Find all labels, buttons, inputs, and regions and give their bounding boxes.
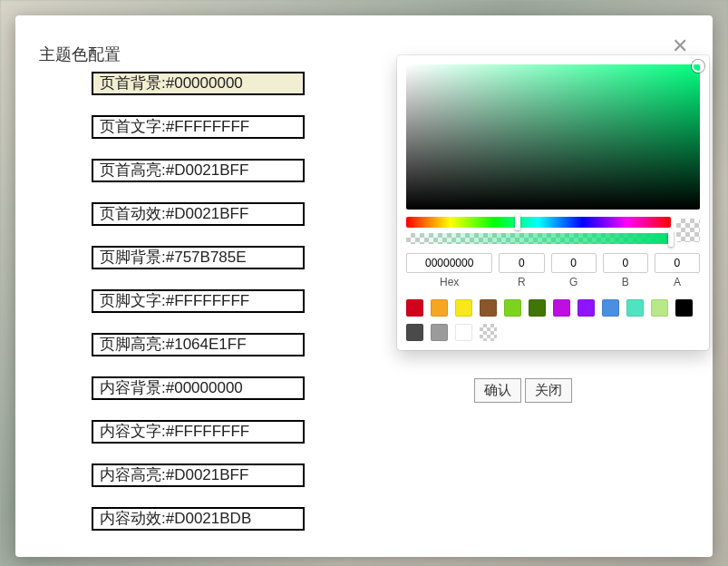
- a-label: A: [655, 276, 700, 288]
- saturation-value-panel[interactable]: [406, 64, 700, 210]
- color-item[interactable]: 页首动效:#D0021BFF: [92, 202, 305, 226]
- color-item[interactable]: 页脚背景:#757B785E: [92, 246, 305, 269]
- hex-label: Hex: [406, 276, 492, 288]
- swatch[interactable]: [480, 324, 497, 341]
- hue-cursor-icon[interactable]: [515, 214, 520, 230]
- swatch[interactable]: [480, 299, 497, 317]
- r-field[interactable]: [499, 253, 544, 273]
- close-icon[interactable]: ✕: [669, 35, 691, 57]
- swatch[interactable]: [651, 299, 668, 317]
- b-label: B: [603, 276, 648, 288]
- color-item[interactable]: 内容背景:#00000000: [92, 376, 305, 400]
- confirm-button[interactable]: 确认: [474, 378, 521, 403]
- swatch[interactable]: [431, 299, 448, 317]
- color-item[interactable]: 内容文字:#FFFFFFFF: [92, 420, 305, 444]
- swatch[interactable]: [504, 299, 521, 317]
- hex-field[interactable]: [406, 253, 492, 273]
- color-item[interactable]: 内容高亮:#D0021BFF: [92, 464, 305, 487]
- swatch[interactable]: [553, 299, 570, 317]
- swatch[interactable]: [626, 299, 644, 317]
- r-label: R: [499, 276, 544, 288]
- color-picker: Hex R G B A: [397, 55, 709, 350]
- sv-cursor-icon[interactable]: [692, 60, 704, 73]
- color-item[interactable]: 页脚高亮:#1064E1FF: [92, 333, 305, 356]
- swatch[interactable]: [529, 299, 546, 317]
- alpha-cursor-icon[interactable]: [668, 230, 674, 247]
- swatch[interactable]: [406, 324, 423, 341]
- theme-color-modal: ✕ 主题色配置 页首背景:#00000000页首文字:#FFFFFFFF页首高亮…: [15, 15, 713, 557]
- b-field[interactable]: [603, 253, 648, 273]
- action-buttons: 确认 关闭: [474, 378, 572, 403]
- swatch[interactable]: [455, 324, 472, 341]
- close-button[interactable]: 关闭: [525, 378, 572, 403]
- swatch[interactable]: [675, 299, 693, 317]
- a-field[interactable]: [655, 253, 700, 273]
- preset-swatches: [406, 299, 700, 341]
- g-field[interactable]: [551, 253, 597, 273]
- color-item[interactable]: 页脚文字:#FFFFFFFF: [92, 289, 305, 313]
- alpha-slider[interactable]: [406, 233, 671, 244]
- color-item[interactable]: 页首文字:#FFFFFFFF: [92, 115, 305, 139]
- color-item[interactable]: 页首背景:#00000000: [92, 72, 305, 95]
- swatch[interactable]: [455, 299, 472, 317]
- swatch[interactable]: [431, 324, 448, 341]
- modal-title: 主题色配置: [39, 44, 121, 65]
- swatch[interactable]: [602, 299, 619, 317]
- hue-slider[interactable]: [406, 217, 671, 228]
- swatch[interactable]: [578, 299, 595, 317]
- color-fields: Hex R G B A: [406, 253, 700, 288]
- color-item-list: 页首背景:#00000000页首文字:#FFFFFFFF页首高亮:#D0021B…: [92, 72, 305, 551]
- swatch[interactable]: [406, 299, 423, 317]
- color-item[interactable]: 页首高亮:#D0021BFF: [92, 159, 305, 182]
- preview-swatch: [676, 219, 700, 242]
- g-label: G: [551, 276, 597, 288]
- color-item[interactable]: 内容动效:#D0021BDB: [92, 507, 305, 531]
